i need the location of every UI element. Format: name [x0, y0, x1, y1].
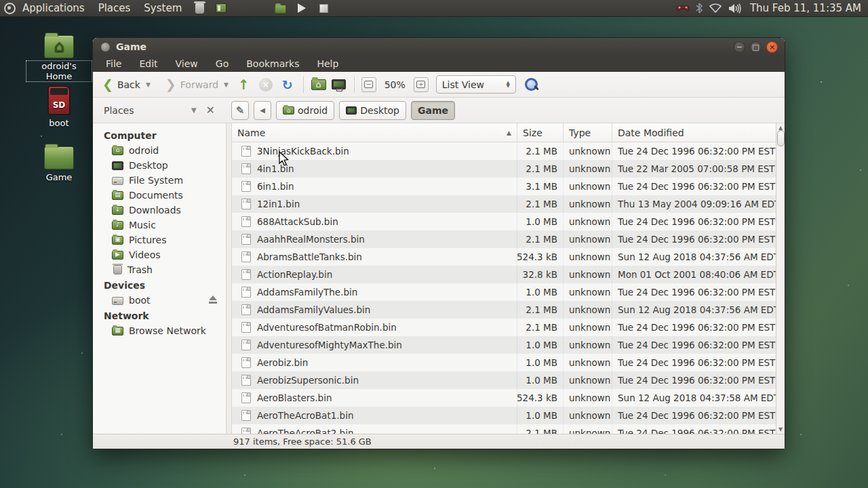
volume-icon[interactable] — [728, 3, 742, 14]
file-name: AaahhRealMonsters.bin — [257, 234, 365, 245]
show-desktop-icon[interactable] — [214, 1, 229, 15]
sidebar-item-boot[interactable]: boot — [93, 293, 226, 308]
view-mode-select[interactable]: List View ▲▼ — [436, 75, 516, 94]
desktop-button[interactable] — [329, 76, 349, 94]
sidebar-item-browse-network[interactable]: ▦Browse Network — [93, 323, 226, 338]
wifi-icon[interactable] — [709, 3, 722, 13]
menu-places[interactable]: Places — [92, 0, 138, 17]
path-segment-game[interactable]: Game — [411, 101, 455, 120]
sidebar-item-music[interactable]: ♪Music — [93, 218, 226, 232]
sidebar-item-label: Trash — [127, 264, 153, 275]
sidebar-item-videos[interactable]: ▶Videos — [93, 247, 226, 262]
file-date-modified: Tue 24 Dec 1996 06:32:00 PM EST — [612, 142, 776, 160]
sidebar-item-trash[interactable]: Trash — [93, 262, 226, 277]
file-size: 32.8 kB — [517, 266, 564, 283]
close-button[interactable]: × — [766, 41, 778, 53]
bluetooth-icon[interactable] — [696, 3, 703, 14]
desktop-icon-game[interactable]: Game — [26, 146, 92, 182]
refresh-button[interactable]: ↻ — [277, 77, 298, 92]
search-icon[interactable] — [524, 77, 539, 92]
menu-system[interactable]: System — [137, 0, 189, 17]
file-row[interactable]: 1 10 101AaahhRealMonsters.bin2.1 MBunkno… — [232, 230, 776, 248]
file-row[interactable]: 1 10 1014in1.bin2.1 MBunknownTue 22 Mar … — [232, 160, 776, 178]
column-header-name[interactable]: Name ▲ — [232, 123, 517, 142]
file-row[interactable]: 1 10 101AerobizSupersonic.bin1.0 MBunkno… — [232, 371, 776, 389]
play-icon[interactable] — [294, 1, 309, 15]
zoom-out-button[interactable]: − — [361, 77, 376, 92]
file-row[interactable]: 1 10 1016in1.bin3.1 MBunknownTue 24 Dec … — [232, 178, 776, 195]
titlebar[interactable]: Game − □ × — [93, 38, 785, 56]
sidebar-item-desktop[interactable]: Desktop — [93, 158, 226, 173]
file-row[interactable]: 1 10 101AbramsBattleTanks.bin524.3 kBunk… — [232, 248, 776, 266]
desktop-icon-boot[interactable]: SD boot — [26, 85, 92, 128]
file-manager-icon[interactable] — [273, 1, 288, 15]
window-title: Game — [116, 41, 146, 52]
file-name: AddamsFamilyThe.bin — [257, 287, 357, 298]
file-name: AeroBlasters.bin — [257, 392, 332, 403]
menu-edit[interactable]: Edit — [132, 58, 165, 69]
file-date-modified: Tue 24 Dec 1996 06:32:00 PM EST — [612, 230, 776, 248]
file-row[interactable]: 1 10 101AdventuresofMightyMaxThe.bin1.0 … — [232, 336, 776, 354]
menu-file[interactable]: File — [98, 58, 129, 69]
pictures-folder-icon: ▣ — [112, 236, 123, 245]
sidebar-item-odroid[interactable]: ⌂odroid — [93, 143, 226, 158]
file-row[interactable]: 1 10 101AeroBlasters.bin524.3 kBunknownS… — [232, 389, 776, 407]
back-button[interactable]: ❮ Back ▼ — [98, 76, 155, 93]
sidebar-item-documents[interactable]: ▤Documents — [93, 188, 226, 203]
gamepad-icon[interactable] — [676, 3, 690, 13]
file-date-modified: Tue 24 Dec 1996 06:32:00 PM EST — [612, 371, 776, 389]
file-row[interactable]: 1 10 101ActionReplay.bin32.8 kBunknownMo… — [232, 266, 776, 283]
file-row[interactable]: 1 10 101AeroTheAcroBat2.bin2.1 MBunknown… — [232, 424, 776, 434]
column-header-size[interactable]: Size — [517, 123, 564, 142]
vertical-scrollbar[interactable]: ▲ ▼ — [776, 123, 785, 434]
trash-icon[interactable] — [192, 1, 207, 15]
file-row[interactable]: 1 10 10112in1.bin2.1 MBunknownThu 13 May… — [232, 195, 776, 213]
path-segment-odroid[interactable]: ⌂ odroid — [276, 101, 334, 120]
column-header-type[interactable]: Type — [564, 123, 612, 142]
sidebar-item-downloads[interactable]: ↓Downloads — [93, 203, 226, 218]
maximize-button[interactable]: □ — [750, 41, 762, 53]
places-dropdown-icon[interactable]: ▼ — [191, 106, 197, 114]
desktop: Applications Places System Thu Feb 11, 1… — [0, 0, 868, 488]
file-row[interactable]: 1 10 101AeroTheAcroBat1.bin1.0 MBunknown… — [232, 407, 776, 424]
sidebar-item-label: odroid — [129, 145, 159, 156]
zoom-in-button[interactable]: + — [414, 77, 429, 92]
sidebar-item-label: Music — [129, 220, 156, 230]
places-close-icon[interactable]: ✕ — [206, 104, 215, 117]
column-header-date[interactable]: Date Modified — [612, 123, 776, 142]
back-dropdown-icon[interactable]: ▼ — [146, 81, 151, 88]
menu-go[interactable]: Go — [208, 58, 236, 69]
scroll-down-icon[interactable]: ▼ — [778, 426, 783, 432]
clock[interactable]: Thu Feb 11, 11:35 AM — [750, 2, 861, 14]
forward-dropdown-icon[interactable]: ▼ — [224, 81, 229, 88]
path-segment-desktop[interactable]: Desktop — [339, 101, 406, 120]
file-row[interactable]: 1 10 101AddamsFamilyValues.bin2.1 MBunkn… — [232, 301, 776, 319]
eject-icon[interactable] — [208, 296, 218, 304]
menu-applications[interactable]: Applications — [16, 0, 92, 17]
file-type: unknown — [564, 301, 612, 319]
file-row[interactable]: 1 10 101AdventuresofBatmanRobin.bin2.1 M… — [232, 319, 776, 336]
home-button[interactable]: ⌂ — [309, 76, 329, 94]
file-row[interactable]: 1 10 1013NinjasKickBack.bin2.1 MBunknown… — [232, 142, 776, 160]
pane-splitter[interactable] — [226, 123, 232, 434]
sidebar-item-pictures[interactable]: ▣Pictures — [93, 232, 226, 247]
menu-bookmarks[interactable]: Bookmarks — [239, 58, 307, 69]
path-scroll-left-button[interactable]: ◀ — [254, 101, 271, 120]
distro-logo-icon[interactable] — [4, 3, 16, 14]
desktop-icon-home[interactable]: ⌂ odroid's Home — [26, 35, 92, 81]
up-button[interactable]: ↑ — [233, 77, 255, 93]
stop-icon[interactable] — [316, 1, 331, 15]
file-row[interactable]: 1 10 101Aerobiz.bin1.0 MBunknownTue 24 D… — [232, 354, 776, 371]
file-size: 524.3 kB — [517, 248, 564, 266]
edit-path-button[interactable]: ✎ — [231, 101, 249, 120]
stop-load-button[interactable]: × — [259, 78, 273, 92]
forward-button[interactable]: ❯ Forward ▼ — [161, 76, 233, 93]
menu-view[interactable]: View — [168, 58, 205, 69]
file-row[interactable]: 1 10 101AddamsFamilyThe.bin1.0 MBunknown… — [232, 283, 776, 301]
minimize-button[interactable]: − — [734, 41, 745, 53]
scrollbar-thumb[interactable] — [777, 130, 785, 146]
sidebar-item-file-system[interactable]: File System — [93, 173, 226, 188]
file-type: unknown — [564, 213, 612, 230]
file-row[interactable]: 1 10 101688AttackSub.bin1.0 MBunknownTue… — [232, 213, 776, 230]
menu-help[interactable]: Help — [309, 58, 346, 69]
